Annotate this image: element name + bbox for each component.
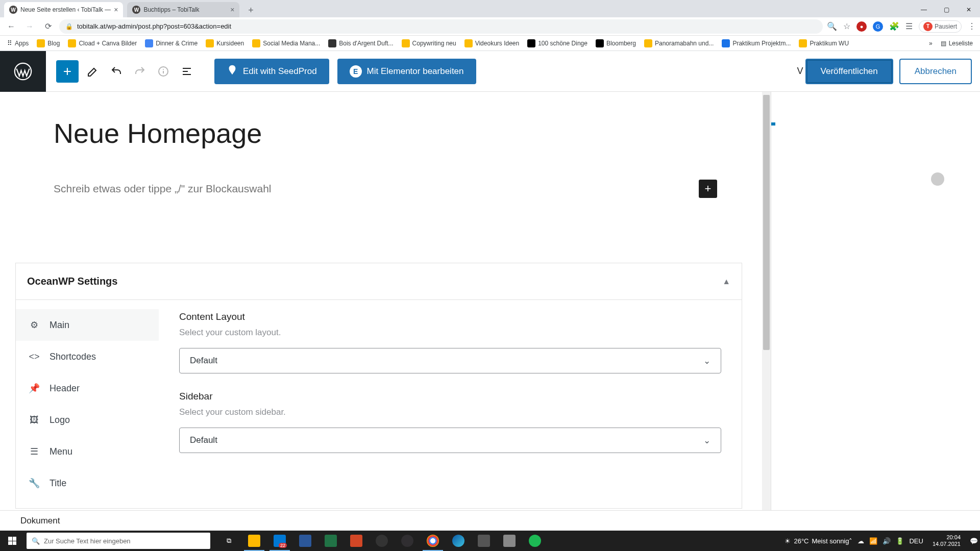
file-explorer-button[interactable] [242, 531, 266, 551]
publish-button[interactable]: Veröffentlichen [805, 59, 893, 84]
back-button[interactable]: ← [4, 19, 18, 34]
seedprod-button[interactable]: Edit with SeedProd [214, 59, 329, 84]
wifi-icon[interactable]: 📶 [869, 537, 877, 545]
scroll-thumb[interactable] [763, 95, 770, 350]
redo-button[interactable] [131, 62, 149, 81]
add-block-button[interactable]: + [56, 60, 79, 83]
excel-button[interactable] [318, 531, 343, 551]
oceanwp-tab-menu[interactable]: ☰ Menu [16, 436, 159, 467]
block-placeholder[interactable]: Schreib etwas oder tippe „/" zur Blockau… [54, 183, 272, 195]
bookmark-item[interactable]: Praktikum WU [796, 38, 852, 48]
close-window-button[interactable]: ✕ [958, 2, 980, 17]
reload-button[interactable]: ⟳ [41, 19, 55, 34]
notifications-icon[interactable]: 💬 [970, 537, 978, 545]
collapse-panel-icon[interactable]: ▲ [722, 277, 730, 286]
oceanwp-tab-main[interactable]: ⚙ Main [16, 309, 159, 341]
language-indicator[interactable]: DEU [909, 537, 923, 545]
edit-tool-icon[interactable] [84, 62, 102, 81]
bookmark-item[interactable]: Blog [34, 38, 63, 48]
pin-icon: 📌 [28, 382, 40, 394]
mail-button[interactable]: 22 [267, 531, 292, 551]
bookmark-item[interactable]: Bois d'Argent Duft... [325, 38, 396, 48]
edge-button[interactable] [446, 531, 471, 551]
clock[interactable]: 20:04 14.07.2021 [928, 534, 965, 547]
start-button[interactable] [0, 531, 24, 551]
bookmark-item[interactable]: Videokurs Ideen [461, 38, 523, 48]
block-breadcrumb[interactable]: Dokument [0, 510, 980, 531]
weather-widget[interactable]: ☀ 26°C Meist sonnig [785, 537, 849, 545]
profile-paused-chip[interactable]: T Pausiert [919, 20, 962, 33]
elementor-label: Mit Elementor bearbeiten [367, 66, 464, 77]
minimize-button[interactable]: — [913, 2, 935, 17]
extensions-puzzle-icon[interactable]: 🧩 [889, 21, 899, 31]
apps-button[interactable]: ⠿Apps [4, 38, 32, 48]
battery-icon[interactable]: 🔋 [896, 537, 904, 545]
extension-icon-2[interactable]: G [873, 21, 883, 32]
chrome-button[interactable] [421, 531, 445, 551]
reading-list-icon[interactable]: ☰ [905, 21, 913, 31]
bookmark-item[interactable]: Bloomberg [593, 38, 639, 48]
content-layout-select[interactable]: Default ⌄ [179, 348, 721, 373]
zoom-icon[interactable]: 🔍 [827, 21, 837, 31]
forward-button[interactable]: → [22, 19, 37, 34]
browser-tab-active[interactable]: W Neue Seite erstellen ‹ TobiTalk — × [4, 2, 123, 17]
oceanwp-tab-title[interactable]: 🔧 Title [16, 467, 159, 499]
taskbar-search-input[interactable]: 🔍 Zur Suche Text hier eingeben [27, 533, 210, 549]
undo-button[interactable] [107, 62, 126, 81]
url-field[interactable]: 🔒 tobitalk.at/wp-admin/post.php?post=603… [59, 19, 823, 34]
bookmark-item[interactable]: Dinner & Crime [142, 38, 201, 48]
app-button-1[interactable] [370, 531, 394, 551]
sun-icon: ☀ [785, 537, 791, 545]
oceanwp-tab-header[interactable]: 📌 Header [16, 372, 159, 404]
close-tab-icon[interactable]: × [230, 6, 234, 14]
page-title-input[interactable]: Neue Homepage [54, 117, 717, 149]
tray-chevron-icon[interactable]: ˄ [849, 537, 852, 545]
obs-button[interactable] [395, 531, 420, 551]
powerpoint-button[interactable] [344, 531, 369, 551]
spotify-button[interactable] [523, 531, 547, 551]
chevron-down-icon: ⌄ [703, 435, 710, 446]
new-tab-button[interactable]: + [243, 3, 258, 17]
bookmark-item[interactable]: Kursideen [203, 38, 247, 48]
bookmark-item[interactable]: Social Media Mana... [249, 38, 323, 48]
word-button[interactable] [293, 531, 317, 551]
chrome-menu-icon[interactable]: ⋮ [968, 21, 976, 31]
powerpoint-icon [350, 535, 362, 547]
add-block-inline-button[interactable]: + [699, 180, 717, 198]
oceanwp-tab-logo[interactable]: 🖼 Logo [16, 404, 159, 436]
search-placeholder: Zur Suche Text hier eingeben [44, 537, 131, 545]
sidebar-select[interactable]: Default ⌄ [179, 428, 721, 453]
bookmark-item[interactable]: Copywriting neu [399, 38, 459, 48]
excel-icon [325, 535, 337, 547]
close-tab-icon[interactable]: × [114, 6, 118, 14]
app-button-2[interactable] [472, 531, 496, 551]
bookmark-item[interactable]: Panoramabahn und... [641, 38, 717, 48]
bookmark-item[interactable]: Cload + Canva Bilder [65, 38, 140, 48]
bookmark-star-icon[interactable]: ☆ [843, 21, 850, 31]
chevron-down-icon: ⌄ [703, 356, 710, 366]
volume-icon[interactable]: 🔊 [883, 537, 891, 545]
extension-icon-1[interactable]: ● [856, 21, 867, 32]
folder-icon [248, 535, 260, 547]
bookmark-overflow[interactable]: » [926, 39, 936, 48]
app-button-3[interactable] [497, 531, 522, 551]
cancel-button[interactable]: Abbrechen [899, 59, 972, 84]
page-icon [328, 39, 336, 47]
outline-button[interactable] [178, 62, 196, 81]
wordpress-logo[interactable] [0, 51, 46, 92]
elementor-button[interactable]: E Mit Elementor bearbeiten [337, 59, 476, 84]
maximize-button[interactable]: ▢ [935, 2, 958, 17]
vertical-scrollbar[interactable]: ▲ ▼ [762, 92, 771, 531]
bookmark-item[interactable]: Praktikum Projektm... [719, 38, 794, 48]
reading-list-button[interactable]: ▤Leseliste [938, 39, 976, 48]
info-button[interactable] [154, 62, 173, 81]
image-icon: 🖼 [28, 414, 40, 426]
content-layout-desc: Select your custom layout. [179, 328, 721, 338]
oceanwp-tab-shortcodes[interactable]: <> Shortcodes [16, 341, 159, 372]
browser-tab-inactive[interactable]: W Buchtipps – TobiTalk × [127, 2, 239, 17]
bookmark-item[interactable]: 100 schöne Dinge [524, 38, 591, 48]
mail-icon: 22 [274, 535, 286, 547]
onedrive-icon[interactable]: ☁ [857, 537, 864, 545]
oceanwp-panel-title: OceanWP Settings [27, 276, 117, 287]
task-view-button[interactable]: ⧉ [216, 531, 241, 551]
